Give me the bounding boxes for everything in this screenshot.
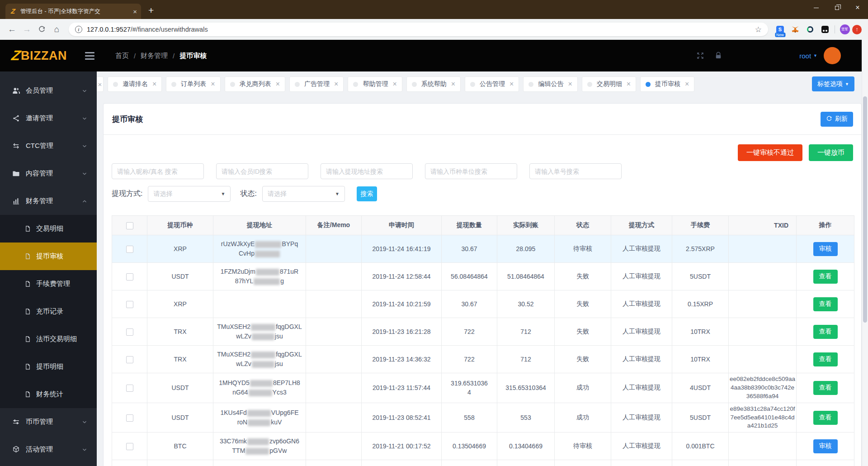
- tab-系统帮助[interactable]: 系统帮助×: [406, 76, 461, 92]
- tab-close-icon[interactable]: ×: [392, 80, 396, 88]
- order-no-search-input[interactable]: [529, 163, 622, 179]
- sidebar-item-withdraw-review[interactable]: 提币审核: [0, 243, 97, 270]
- tab-close-icon[interactable]: ×: [276, 80, 280, 88]
- coin-unit-search-input[interactable]: [425, 163, 517, 179]
- restore-button[interactable]: [826, 0, 847, 15]
- cell-txid: [729, 235, 797, 263]
- tab-公告管理[interactable]: 公告管理×: [465, 76, 519, 92]
- metamask-icon[interactable]: [789, 24, 801, 36]
- nickname-search-input[interactable]: [112, 163, 204, 179]
- tab-承兑商列表[interactable]: 承兑商列表×: [225, 76, 285, 92]
- bizzan-logo[interactable]: Z BIZZAN: [12, 48, 67, 64]
- close-button[interactable]: ×: [847, 0, 868, 15]
- row-checkbox[interactable]: [126, 328, 133, 336]
- cell-txid: [729, 263, 797, 290]
- view-button[interactable]: 查看: [813, 352, 838, 366]
- view-button[interactable]: 查看: [813, 297, 838, 311]
- tab-提币审核[interactable]: 提币审核×: [640, 76, 694, 92]
- back-icon[interactable]: ←: [5, 22, 19, 37]
- tab-close-icon[interactable]: ×: [451, 80, 455, 88]
- audit-button[interactable]: 审核: [813, 242, 838, 256]
- tag-options-button[interactable]: 标签选项▼: [812, 76, 854, 91]
- view-button[interactable]: 查看: [813, 270, 838, 284]
- sidebar-item-deposit-records[interactable]: 充币记录: [0, 298, 97, 325]
- browser-profile-avatar[interactable]: 贤军: [839, 24, 851, 36]
- row-checkbox[interactable]: [126, 443, 133, 450]
- status-label: 状态:: [240, 189, 256, 199]
- breadcrumb-finance[interactable]: 财务管理: [141, 52, 168, 60]
- audit-button[interactable]: 审核: [813, 439, 838, 453]
- extension-ghost-icon[interactable]: [819, 24, 831, 36]
- bookmark-star-icon[interactable]: ☆: [755, 25, 762, 34]
- home-icon[interactable]: ⌂: [49, 22, 64, 37]
- bulk-release-button[interactable]: 一键放币: [809, 144, 853, 161]
- tab-close-icon[interactable]: ×: [211, 80, 215, 88]
- tab-close-icon[interactable]: ×: [568, 80, 572, 88]
- row-checkbox[interactable]: [126, 246, 133, 253]
- tab-close-icon[interactable]: ×: [627, 80, 631, 88]
- sidebar-item-member[interactable]: 会员管理: [0, 77, 97, 105]
- select-all-checkbox[interactable]: [126, 222, 133, 229]
- tab-邀请排名[interactable]: 邀请排名×: [108, 76, 162, 92]
- view-button[interactable]: 查看: [813, 381, 838, 395]
- browser-tab-close-icon[interactable]: ×: [133, 8, 137, 15]
- sidebar-item-finance[interactable]: 财务管理: [0, 187, 97, 215]
- cell-actual: 712: [497, 346, 555, 373]
- tab-close-icon[interactable]: ×: [685, 80, 689, 88]
- sidebar-item-fee-manage[interactable]: 手续费管理: [0, 270, 97, 298]
- sidebar-item-finance-stats[interactable]: 财务统计: [0, 380, 97, 408]
- sidebar-item-activity[interactable]: 活动管理: [0, 436, 97, 463]
- row-checkbox[interactable]: [126, 301, 133, 308]
- view-button[interactable]: 查看: [813, 411, 838, 425]
- tab-交易明细[interactable]: 交易明细×: [582, 76, 636, 92]
- avatar[interactable]: [824, 47, 841, 64]
- tab-订单列表[interactable]: 订单列表×: [166, 76, 220, 92]
- sidebar-item-fiat-trade-detail[interactable]: 法币交易明细: [0, 325, 97, 353]
- extension-icon[interactable]: S New: [774, 24, 786, 36]
- minimize-button[interactable]: [806, 0, 826, 15]
- address-bar[interactable]: i 127.0.0.1:9527/#/finance/userwithdrawa…: [69, 23, 768, 36]
- tab-partial[interactable]: ×: [97, 76, 104, 92]
- sidebar-item-ctc[interactable]: CTC管理: [0, 132, 97, 160]
- withdraw-method-select[interactable]: 请选择▼: [148, 186, 231, 202]
- row-checkbox[interactable]: [126, 273, 133, 281]
- row-checkbox[interactable]: [126, 414, 133, 422]
- sidebar-item-coin[interactable]: 币币管理: [0, 408, 97, 436]
- cell-coin: TRX: [147, 346, 213, 373]
- forward-icon[interactable]: →: [19, 22, 34, 37]
- tab-编辑公告[interactable]: 编辑公告×: [523, 76, 577, 92]
- tab-帮助管理[interactable]: 帮助管理×: [348, 76, 402, 92]
- new-tab-button[interactable]: +: [148, 5, 154, 16]
- search-button[interactable]: 搜索: [357, 186, 377, 201]
- bulk-reject-button[interactable]: 一键审核不通过: [738, 144, 802, 161]
- browser-update-icon[interactable]: ↑: [852, 25, 862, 34]
- tab-close-icon[interactable]: ×: [152, 80, 156, 88]
- breadcrumb-home[interactable]: 首页: [115, 52, 129, 60]
- row-checkbox[interactable]: [126, 385, 133, 392]
- tab-close-icon[interactable]: ×: [509, 80, 514, 88]
- view-button[interactable]: 查看: [813, 325, 838, 339]
- site-info-icon[interactable]: i: [75, 26, 82, 33]
- row-checkbox[interactable]: [126, 356, 133, 363]
- page-scrollbar[interactable]: [862, 40, 868, 466]
- sidebar-item-trade-detail[interactable]: 交易明细: [0, 215, 97, 243]
- extension-ring-icon[interactable]: [804, 24, 816, 36]
- member-id-search-input[interactable]: [216, 163, 308, 179]
- cell-amount: 722: [442, 318, 497, 346]
- refresh-button[interactable]: 刷新: [821, 112, 853, 127]
- sidebar-item-withdraw-detail[interactable]: 提币明细: [0, 353, 97, 380]
- user-menu[interactable]: root ▼: [799, 47, 841, 64]
- cell-coin: USDT: [147, 460, 213, 466]
- status-select[interactable]: 请选择▼: [262, 186, 345, 202]
- tab-close-icon[interactable]: ×: [334, 80, 338, 88]
- address-search-input[interactable]: [321, 163, 413, 179]
- sidebar-item-invite[interactable]: 邀请管理: [0, 105, 97, 132]
- sidebar-item-content[interactable]: 内容管理: [0, 160, 97, 187]
- reload-icon[interactable]: [34, 22, 49, 37]
- fullscreen-icon[interactable]: [696, 52, 704, 60]
- lock-icon[interactable]: [714, 52, 722, 60]
- scrollbar-thumb[interactable]: [863, 96, 867, 323]
- menu-toggle-icon[interactable]: [85, 52, 94, 60]
- browser-tab[interactable]: Z 管理后台 - 币严|全球数字资产交 ×: [5, 4, 141, 19]
- tab-广告管理[interactable]: 广告管理×: [289, 76, 344, 92]
